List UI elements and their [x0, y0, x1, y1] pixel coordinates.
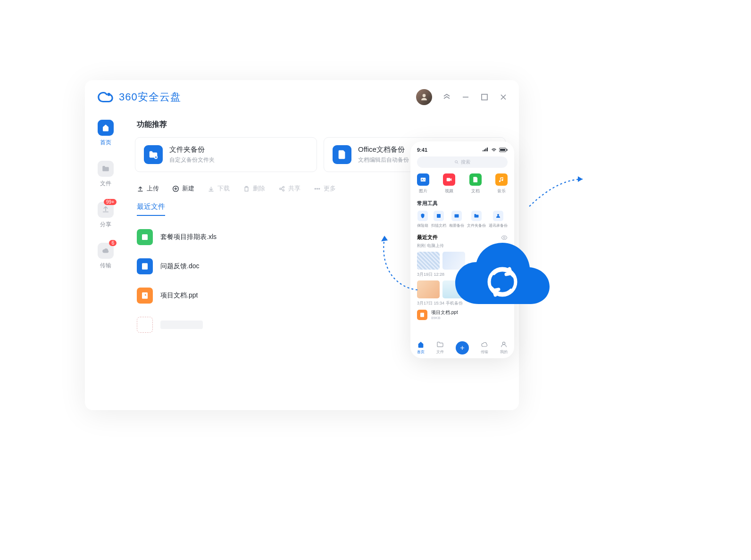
tab-recent-files[interactable]: 最近文件 [137, 202, 165, 216]
sync-arrow-right-icon [509, 174, 585, 217]
svg-point-8 [317, 188, 317, 189]
phone-quick-video[interactable]: 视频 [443, 173, 455, 194]
svg-marker-28 [381, 236, 388, 241]
feature-section-title: 功能推荐 [137, 120, 506, 130]
document-backup-icon [333, 145, 351, 164]
tool-label: 下载 [217, 184, 230, 193]
svg-rect-15 [500, 149, 505, 151]
svg-point-9 [319, 188, 320, 189]
doc-file-icon [137, 258, 153, 274]
svg-point-19 [422, 179, 423, 180]
share-button[interactable]: 共享 [278, 184, 300, 193]
tool-label: 新建 [182, 184, 194, 193]
title-bar: 360安全云盘 [85, 80, 519, 114]
svg-rect-25 [420, 313, 424, 317]
feature-card-folder-backup[interactable]: 文件夹备份 自定义备份文件夹 [135, 137, 317, 172]
maximize-icon[interactable] [480, 93, 489, 101]
card-subtitle: 自定义备份文件夹 [169, 156, 215, 164]
svg-point-24 [503, 237, 505, 239]
app-logo-icon [96, 88, 114, 106]
phone-tab-transfer[interactable]: 传输 [481, 341, 488, 354]
svg-rect-21 [437, 214, 441, 218]
phone-tab-profile[interactable]: 我的 [500, 341, 508, 354]
svg-point-4 [280, 188, 281, 189]
file-placeholder-icon [137, 317, 153, 333]
sidebar-item-label: 传输 [100, 262, 111, 270]
sidebar: 首页 文件 99+ 分享 6 传输 [85, 114, 126, 410]
svg-point-5 [283, 186, 284, 188]
phone-tool-album[interactable]: 相册备份 [449, 211, 464, 228]
create-button[interactable]: 新建 [172, 184, 194, 193]
svg-rect-18 [421, 178, 426, 181]
phone-add-button[interactable] [456, 341, 469, 354]
phone-tools-title: 常用工具 [417, 200, 508, 207]
phone-search-input[interactable]: 搜索 [417, 156, 508, 168]
minimize-icon[interactable] [461, 93, 470, 101]
badge: 6 [109, 240, 117, 246]
sidebar-item-transfer[interactable]: 6 传输 [98, 243, 114, 270]
svg-rect-20 [447, 178, 451, 181]
avatar[interactable] [416, 89, 432, 105]
svg-point-0 [107, 93, 110, 96]
folder-backup-icon [144, 145, 163, 164]
svg-point-23 [497, 214, 499, 216]
home-icon [98, 120, 114, 136]
svg-rect-1 [482, 94, 487, 100]
tool-label: 更多 [324, 184, 336, 193]
svg-rect-16 [507, 149, 508, 151]
phone-tool-scan[interactable]: 扫描文档 [431, 211, 446, 228]
svg-marker-27 [578, 176, 583, 182]
xls-file-icon [137, 229, 153, 245]
phone-tool-contacts[interactable]: 通讯录备份 [489, 211, 508, 228]
svg-point-17 [455, 161, 458, 163]
phone-status-icons [482, 148, 508, 152]
upload-button[interactable]: 上传 [137, 184, 159, 193]
sidebar-item-files[interactable]: 文件 [98, 161, 114, 188]
svg-point-7 [315, 188, 316, 189]
close-icon[interactable] [499, 93, 508, 101]
badge: 99+ [104, 199, 117, 205]
eye-icon[interactable] [501, 234, 508, 241]
sidebar-item-home[interactable]: 首页 [98, 120, 114, 147]
tool-label: 删除 [253, 184, 265, 193]
download-button[interactable]: 下载 [208, 184, 230, 193]
card-title: 文件夹备份 [169, 145, 215, 154]
more-button[interactable]: 更多 [314, 184, 336, 193]
phone-time: 9:41 [417, 147, 427, 153]
sidebar-item-share[interactable]: 99+ 分享 [98, 202, 114, 229]
tool-label: 上传 [147, 184, 159, 193]
phone-quick-music[interactable]: 音乐 [495, 173, 508, 194]
folder-icon [98, 161, 114, 177]
delete-button[interactable]: 删除 [243, 184, 265, 193]
svg-point-6 [283, 189, 284, 191]
phone-tool-folder[interactable]: 文件夹备份 [467, 211, 486, 228]
phone-quick-photo[interactable]: 图片 [417, 173, 429, 194]
ppt-file-icon [137, 288, 153, 304]
tool-label: 共享 [288, 184, 300, 193]
sync-arrow-left-icon [373, 231, 425, 292]
card-title: Office文档备份 [358, 145, 409, 154]
expand-icon[interactable] [442, 93, 451, 101]
app-title: 360安全云盘 [119, 90, 181, 104]
search-icon [454, 160, 459, 165]
cloud-sync-icon [453, 240, 552, 311]
sidebar-item-label: 首页 [100, 139, 111, 147]
sidebar-item-label: 文件 [100, 180, 111, 188]
phone-tab-home[interactable]: 首页 [417, 341, 425, 354]
phone-tool-safe[interactable]: 保险箱 [417, 211, 428, 228]
ppt-file-icon [417, 310, 427, 320]
phone-quick-document[interactable]: 文档 [469, 173, 482, 194]
phone-tab-files[interactable]: 文件 [436, 341, 444, 354]
svg-rect-22 [455, 214, 459, 218]
sidebar-item-label: 分享 [100, 221, 111, 229]
card-subtitle: 文档编辑后自动备份 [358, 156, 409, 164]
svg-point-26 [502, 342, 505, 345]
